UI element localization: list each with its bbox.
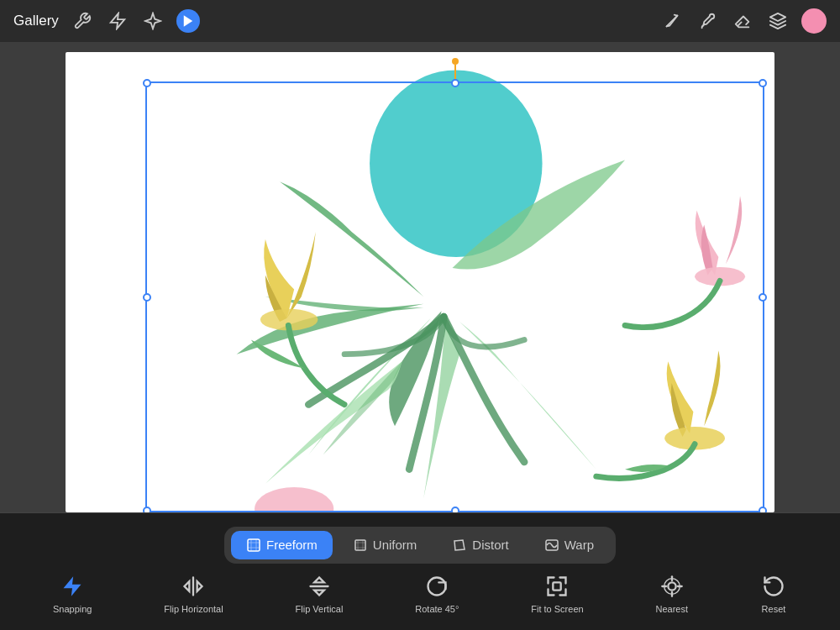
transform-icon[interactable] xyxy=(176,9,200,33)
distort-mode-button[interactable]: Distort xyxy=(437,531,523,559)
flip-vertical-button[interactable]: Flip Vertical xyxy=(296,573,344,614)
rotate45-label: Rotate 45° xyxy=(415,604,459,614)
magic-icon[interactable] xyxy=(106,9,129,33)
drawing-canvas[interactable] xyxy=(66,52,774,512)
top-toolbar: Gallery xyxy=(0,0,840,42)
snapping-label: Snapping xyxy=(53,604,92,614)
toolbar-right xyxy=(660,8,827,34)
flip-horizontal-label: Flip Horizontal xyxy=(164,604,223,614)
actions-row: Snapping Flip Horizontal Flip Vertical xyxy=(0,573,840,614)
flip-vertical-label: Flip Vertical xyxy=(296,604,344,614)
reset-label: Reset xyxy=(762,604,786,614)
snapping-button[interactable]: Snapping xyxy=(53,573,92,614)
reset-button[interactable]: Reset xyxy=(760,573,787,614)
fit-to-screen-label: Fit to Screen xyxy=(531,604,583,614)
svg-marker-11 xyxy=(64,576,81,596)
freeform-mode-button[interactable]: Freeform xyxy=(231,531,333,559)
svg-point-13 xyxy=(668,582,675,590)
svg-point-7 xyxy=(255,487,333,512)
smudge-icon[interactable] xyxy=(141,9,165,33)
nearest-icon xyxy=(659,573,685,600)
uniform-icon xyxy=(353,538,368,553)
distort-icon xyxy=(452,538,467,553)
freeform-icon xyxy=(246,538,261,553)
flip-horizontal-icon xyxy=(180,573,207,600)
layers-icon[interactable] xyxy=(766,9,790,33)
reset-icon xyxy=(760,573,787,600)
svg-rect-8 xyxy=(248,539,260,551)
flip-horizontal-button[interactable]: Flip Horizontal xyxy=(164,573,223,614)
transform-mode-bar: Freeform Uniform Distort xyxy=(224,527,616,564)
pen-icon[interactable] xyxy=(660,9,684,33)
uniform-label: Uniform xyxy=(373,538,417,552)
svg-marker-2 xyxy=(770,13,785,21)
rotate45-icon xyxy=(423,573,450,600)
wrench-icon[interactable] xyxy=(71,9,94,33)
warp-mode-button[interactable]: Warp xyxy=(529,531,609,559)
flip-vertical-icon xyxy=(306,573,333,600)
gallery-button[interactable]: Gallery xyxy=(13,13,59,29)
rotate45-button[interactable]: Rotate 45° xyxy=(415,573,459,614)
warp-label: Warp xyxy=(564,538,594,552)
brush-icon[interactable] xyxy=(696,9,719,33)
warp-icon xyxy=(544,538,559,553)
freeform-label: Freeform xyxy=(266,538,318,552)
distort-label: Distort xyxy=(472,538,508,552)
svg-rect-9 xyxy=(355,540,365,550)
bottom-toolbar: Freeform Uniform Distort xyxy=(0,512,840,630)
fit-to-screen-button[interactable]: Fit to Screen xyxy=(531,573,583,614)
avatar[interactable] xyxy=(801,8,827,34)
nearest-label: Nearest xyxy=(656,604,689,614)
flower-illustration xyxy=(66,52,774,512)
svg-rect-12 xyxy=(554,582,561,590)
snapping-icon xyxy=(59,573,86,600)
svg-marker-0 xyxy=(111,13,125,29)
uniform-mode-button[interactable]: Uniform xyxy=(338,531,433,559)
toolbar-left: Gallery xyxy=(13,9,200,33)
eraser-icon[interactable] xyxy=(731,9,754,33)
nearest-button[interactable]: Nearest xyxy=(656,573,689,614)
fit-to-screen-icon xyxy=(543,573,570,600)
